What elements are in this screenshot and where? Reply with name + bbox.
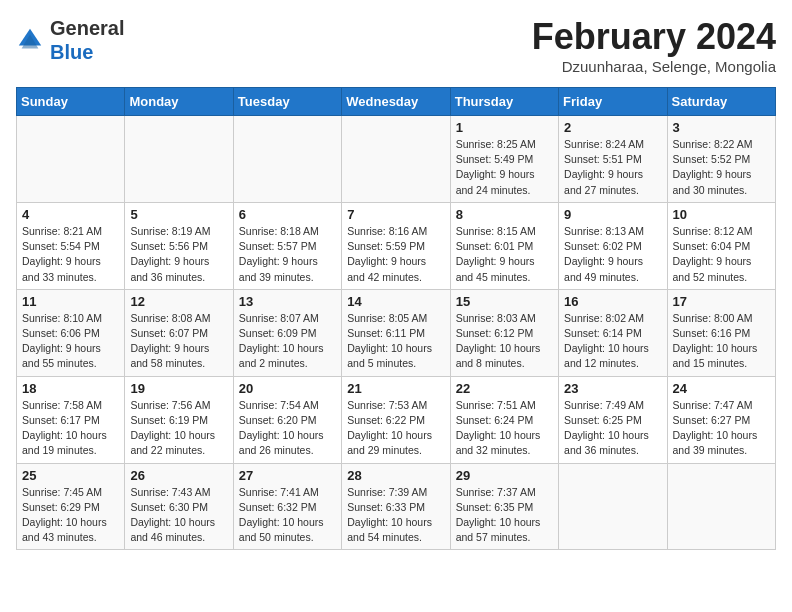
day-number: 13 (239, 294, 336, 309)
title-block: February 2024 Dzuunharaa, Selenge, Mongo… (532, 16, 776, 75)
day-number: 6 (239, 207, 336, 222)
day-info: Sunrise: 7:56 AM Sunset: 6:19 PM Dayligh… (130, 398, 227, 459)
day-info: Sunrise: 8:03 AM Sunset: 6:12 PM Dayligh… (456, 311, 553, 372)
day-info: Sunrise: 7:47 AM Sunset: 6:27 PM Dayligh… (673, 398, 770, 459)
day-number: 24 (673, 381, 770, 396)
calendar-cell: 21Sunrise: 7:53 AM Sunset: 6:22 PM Dayli… (342, 376, 450, 463)
weekday-header-sunday: Sunday (17, 88, 125, 116)
calendar-cell: 16Sunrise: 8:02 AM Sunset: 6:14 PM Dayli… (559, 289, 667, 376)
calendar-cell: 23Sunrise: 7:49 AM Sunset: 6:25 PM Dayli… (559, 376, 667, 463)
day-info: Sunrise: 8:24 AM Sunset: 5:51 PM Dayligh… (564, 137, 661, 198)
day-number: 1 (456, 120, 553, 135)
day-number: 27 (239, 468, 336, 483)
weekday-header-friday: Friday (559, 88, 667, 116)
day-number: 17 (673, 294, 770, 309)
weekday-header-thursday: Thursday (450, 88, 558, 116)
day-number: 23 (564, 381, 661, 396)
day-info: Sunrise: 8:12 AM Sunset: 6:04 PM Dayligh… (673, 224, 770, 285)
day-info: Sunrise: 8:21 AM Sunset: 5:54 PM Dayligh… (22, 224, 119, 285)
day-info: Sunrise: 8:16 AM Sunset: 5:59 PM Dayligh… (347, 224, 444, 285)
day-number: 12 (130, 294, 227, 309)
day-info: Sunrise: 7:49 AM Sunset: 6:25 PM Dayligh… (564, 398, 661, 459)
day-info: Sunrise: 8:18 AM Sunset: 5:57 PM Dayligh… (239, 224, 336, 285)
page-header: General Blue February 2024 Dzuunharaa, S… (16, 16, 776, 75)
logo: General Blue (16, 16, 124, 64)
calendar-cell: 17Sunrise: 8:00 AM Sunset: 6:16 PM Dayli… (667, 289, 775, 376)
day-number: 2 (564, 120, 661, 135)
weekday-header-monday: Monday (125, 88, 233, 116)
day-number: 19 (130, 381, 227, 396)
logo-icon (16, 26, 44, 54)
calendar-cell: 14Sunrise: 8:05 AM Sunset: 6:11 PM Dayli… (342, 289, 450, 376)
day-info: Sunrise: 8:10 AM Sunset: 6:06 PM Dayligh… (22, 311, 119, 372)
day-number: 9 (564, 207, 661, 222)
day-number: 4 (22, 207, 119, 222)
calendar-cell: 26Sunrise: 7:43 AM Sunset: 6:30 PM Dayli… (125, 463, 233, 550)
day-number: 22 (456, 381, 553, 396)
day-number: 10 (673, 207, 770, 222)
calendar-cell (559, 463, 667, 550)
day-info: Sunrise: 8:19 AM Sunset: 5:56 PM Dayligh… (130, 224, 227, 285)
calendar-body: 1Sunrise: 8:25 AM Sunset: 5:49 PM Daylig… (17, 116, 776, 550)
day-info: Sunrise: 7:45 AM Sunset: 6:29 PM Dayligh… (22, 485, 119, 546)
weekday-header-saturday: Saturday (667, 88, 775, 116)
day-number: 15 (456, 294, 553, 309)
calendar-cell: 20Sunrise: 7:54 AM Sunset: 6:20 PM Dayli… (233, 376, 341, 463)
day-number: 5 (130, 207, 227, 222)
week-row-2: 4Sunrise: 8:21 AM Sunset: 5:54 PM Daylig… (17, 202, 776, 289)
calendar-cell (342, 116, 450, 203)
day-number: 18 (22, 381, 119, 396)
calendar-cell: 27Sunrise: 7:41 AM Sunset: 6:32 PM Dayli… (233, 463, 341, 550)
calendar-cell: 25Sunrise: 7:45 AM Sunset: 6:29 PM Dayli… (17, 463, 125, 550)
calendar-cell: 1Sunrise: 8:25 AM Sunset: 5:49 PM Daylig… (450, 116, 558, 203)
day-number: 26 (130, 468, 227, 483)
day-info: Sunrise: 8:05 AM Sunset: 6:11 PM Dayligh… (347, 311, 444, 372)
calendar-cell: 19Sunrise: 7:56 AM Sunset: 6:19 PM Dayli… (125, 376, 233, 463)
day-info: Sunrise: 8:02 AM Sunset: 6:14 PM Dayligh… (564, 311, 661, 372)
calendar-title: February 2024 (532, 16, 776, 58)
calendar-cell: 7Sunrise: 8:16 AM Sunset: 5:59 PM Daylig… (342, 202, 450, 289)
calendar-cell: 18Sunrise: 7:58 AM Sunset: 6:17 PM Dayli… (17, 376, 125, 463)
day-info: Sunrise: 7:58 AM Sunset: 6:17 PM Dayligh… (22, 398, 119, 459)
calendar-cell: 22Sunrise: 7:51 AM Sunset: 6:24 PM Dayli… (450, 376, 558, 463)
weekday-header-wednesday: Wednesday (342, 88, 450, 116)
day-number: 28 (347, 468, 444, 483)
week-row-4: 18Sunrise: 7:58 AM Sunset: 6:17 PM Dayli… (17, 376, 776, 463)
calendar-cell (233, 116, 341, 203)
day-number: 20 (239, 381, 336, 396)
day-info: Sunrise: 7:39 AM Sunset: 6:33 PM Dayligh… (347, 485, 444, 546)
day-info: Sunrise: 7:41 AM Sunset: 6:32 PM Dayligh… (239, 485, 336, 546)
calendar-cell: 15Sunrise: 8:03 AM Sunset: 6:12 PM Dayli… (450, 289, 558, 376)
calendar-cell: 5Sunrise: 8:19 AM Sunset: 5:56 PM Daylig… (125, 202, 233, 289)
day-info: Sunrise: 7:51 AM Sunset: 6:24 PM Dayligh… (456, 398, 553, 459)
calendar-cell: 8Sunrise: 8:15 AM Sunset: 6:01 PM Daylig… (450, 202, 558, 289)
week-row-1: 1Sunrise: 8:25 AM Sunset: 5:49 PM Daylig… (17, 116, 776, 203)
week-row-3: 11Sunrise: 8:10 AM Sunset: 6:06 PM Dayli… (17, 289, 776, 376)
logo-general-text: General (50, 17, 124, 39)
calendar-cell: 29Sunrise: 7:37 AM Sunset: 6:35 PM Dayli… (450, 463, 558, 550)
calendar-cell: 11Sunrise: 8:10 AM Sunset: 6:06 PM Dayli… (17, 289, 125, 376)
day-number: 3 (673, 120, 770, 135)
logo-blue-text: Blue (50, 41, 93, 63)
day-info: Sunrise: 8:22 AM Sunset: 5:52 PM Dayligh… (673, 137, 770, 198)
calendar-cell: 9Sunrise: 8:13 AM Sunset: 6:02 PM Daylig… (559, 202, 667, 289)
day-info: Sunrise: 8:25 AM Sunset: 5:49 PM Dayligh… (456, 137, 553, 198)
day-number: 16 (564, 294, 661, 309)
week-row-5: 25Sunrise: 7:45 AM Sunset: 6:29 PM Dayli… (17, 463, 776, 550)
day-number: 21 (347, 381, 444, 396)
calendar-cell: 6Sunrise: 8:18 AM Sunset: 5:57 PM Daylig… (233, 202, 341, 289)
day-number: 14 (347, 294, 444, 309)
day-info: Sunrise: 7:37 AM Sunset: 6:35 PM Dayligh… (456, 485, 553, 546)
day-number: 7 (347, 207, 444, 222)
weekday-header-row: SundayMondayTuesdayWednesdayThursdayFrid… (17, 88, 776, 116)
calendar-cell: 28Sunrise: 7:39 AM Sunset: 6:33 PM Dayli… (342, 463, 450, 550)
calendar-cell: 13Sunrise: 8:07 AM Sunset: 6:09 PM Dayli… (233, 289, 341, 376)
calendar-cell: 4Sunrise: 8:21 AM Sunset: 5:54 PM Daylig… (17, 202, 125, 289)
day-info: Sunrise: 7:53 AM Sunset: 6:22 PM Dayligh… (347, 398, 444, 459)
calendar-cell: 24Sunrise: 7:47 AM Sunset: 6:27 PM Dayli… (667, 376, 775, 463)
day-info: Sunrise: 8:15 AM Sunset: 6:01 PM Dayligh… (456, 224, 553, 285)
day-number: 29 (456, 468, 553, 483)
calendar-cell: 3Sunrise: 8:22 AM Sunset: 5:52 PM Daylig… (667, 116, 775, 203)
calendar-cell (17, 116, 125, 203)
day-number: 11 (22, 294, 119, 309)
